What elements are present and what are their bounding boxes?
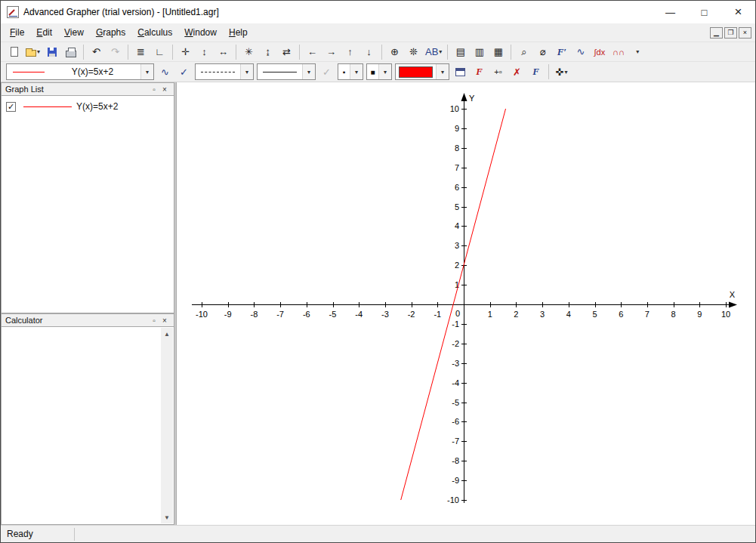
apply-style-button[interactable]: ✓	[175, 63, 193, 80]
squeeze-vertical-button[interactable]: ↨	[259, 44, 276, 60]
analysis-dropdown-button[interactable]: ▾	[628, 44, 646, 60]
menu-window[interactable]: Window	[178, 24, 223, 41]
graph-canvas[interactable]: XY-10-9-8-7-6-5-4-3-2-112345678910-10-9-…	[177, 82, 755, 525]
open-file-button[interactable]: ▾	[24, 44, 42, 60]
regression-button[interactable]: ∩∩	[609, 44, 627, 60]
color-combobox[interactable]: ▾	[395, 63, 449, 80]
squeeze-horizontal-icon: ⇄	[282, 46, 291, 57]
graph-list-toggle-button[interactable]: ≣	[132, 44, 150, 60]
fill-style-dropdown-icon[interactable]: ▾	[378, 64, 391, 79]
minimize-button[interactable]: —	[653, 2, 687, 23]
fit-horizontal-button[interactable]: ↔	[214, 44, 232, 60]
graph-area[interactable]: XY-10-9-8-7-6-5-4-3-2-112345678910-10-9-…	[176, 82, 755, 525]
svg-text:4: 4	[455, 221, 459, 230]
menu-file[interactable]: File	[4, 24, 30, 41]
scroll-up-icon[interactable]: ▲	[161, 328, 173, 340]
point-style-combobox[interactable]: ▪ ▾	[338, 63, 363, 80]
labels-button[interactable]: AB▾	[424, 44, 443, 60]
menu-calculus[interactable]: Calculus	[131, 24, 178, 41]
scroll-left-button[interactable]: ←	[304, 44, 321, 60]
add-graphs-button[interactable]: +▫	[489, 63, 507, 80]
axes-properties-button[interactable]: ∟	[151, 44, 168, 60]
formula-combobox[interactable]: Y(x)=5x+2 ▾	[6, 63, 154, 80]
trace-button[interactable]: ⊕	[386, 44, 403, 60]
edit-graph-button[interactable]: F	[527, 63, 545, 80]
derivative-button[interactable]: F′	[553, 44, 570, 60]
menu-view[interactable]: View	[58, 24, 90, 41]
mdi-minimize-button[interactable]: ▁	[710, 27, 723, 39]
graph-list-close-button[interactable]: ×	[159, 84, 170, 94]
new-file-button[interactable]	[5, 44, 23, 60]
graph-color-sample	[23, 106, 72, 107]
line-style-dropdown-icon[interactable]: ▾	[240, 64, 253, 79]
add-graph-button[interactable]: F	[471, 63, 488, 80]
add-graph-icon: F	[476, 66, 483, 78]
scroll-right-button[interactable]: →	[322, 44, 340, 60]
svg-text:8: 8	[455, 143, 459, 153]
line-style-combobox[interactable]: ▾	[195, 63, 254, 80]
toolbar-separator	[236, 45, 236, 60]
close-button[interactable]: ×	[721, 2, 755, 23]
graph-properties-button[interactable]	[452, 63, 469, 80]
scroll-up-button[interactable]: ↑	[341, 44, 359, 60]
axes-icon: ∟	[155, 46, 165, 57]
menu-help[interactable]: Help	[223, 24, 254, 41]
value-list-button[interactable]: ▥	[471, 44, 488, 60]
undo-button[interactable]: ↶	[88, 44, 105, 60]
snap-button[interactable]: ❊	[405, 44, 422, 60]
new-file-icon	[11, 47, 18, 57]
scroll-down-button[interactable]: ↓	[360, 44, 378, 60]
point-style-dropdown-icon[interactable]: ▾	[350, 64, 363, 79]
graph-list-icon: ≣	[137, 46, 145, 57]
integral-button[interactable]: ∫dx	[591, 44, 608, 60]
move-icon: ✛	[181, 46, 190, 57]
zoom-curve-button[interactable]: ⌕	[515, 44, 532, 60]
graph-list-header: Graph List ▫ ×	[1, 82, 174, 96]
data-grid-button[interactable]: ▦	[489, 44, 507, 60]
scroll-down-icon[interactable]: ▼	[161, 511, 173, 523]
calculator-close-button[interactable]: ×	[159, 315, 170, 325]
svg-text:-3: -3	[381, 310, 389, 319]
crosshair-tool-button[interactable]: ✜▾	[553, 63, 570, 80]
apply-style-2-button[interactable]: ✓	[318, 63, 335, 80]
save-button[interactable]	[43, 44, 60, 60]
squeeze-horizontal-button[interactable]: ⇄	[278, 44, 295, 60]
autoscale-button[interactable]: ✳	[240, 44, 258, 60]
mdi-window-controls: ▁ ❐ ×	[710, 27, 755, 39]
svg-text:6: 6	[455, 183, 459, 192]
fit-vertical-button[interactable]: ↕	[196, 44, 213, 60]
svg-text:4: 4	[566, 310, 571, 319]
graph-list-body: ✓ Y(x)=5x+2	[1, 96, 174, 313]
redo-button[interactable]: ↷	[106, 44, 124, 60]
calculator-float-button[interactable]: ▫	[149, 315, 159, 325]
delete-graph-button[interactable]: ✗	[508, 63, 526, 80]
color-dropdown-icon[interactable]: ▾	[436, 64, 449, 79]
graph-list-item[interactable]: ✓ Y(x)=5x+2	[2, 96, 174, 112]
maximize-button[interactable]: □	[687, 2, 721, 23]
table-values-icon: ▤	[456, 46, 465, 57]
menu-edit[interactable]: Edit	[30, 24, 58, 41]
calculator-scrollbar[interactable]: ▲ ▼	[161, 328, 173, 523]
print-button[interactable]	[62, 44, 79, 60]
table-of-values-button[interactable]: ▤	[452, 44, 469, 60]
graph-visible-checkbox[interactable]: ✓	[6, 102, 16, 112]
menu-graphs[interactable]: Graphs	[90, 24, 131, 41]
statusbar: Ready	[1, 525, 755, 542]
mdi-close-button[interactable]: ×	[739, 27, 751, 39]
zoom-off-button[interactable]: ⌀	[534, 44, 551, 60]
formula-line-sample	[13, 72, 45, 73]
svg-text:0: 0	[455, 309, 460, 318]
fill-style-combobox[interactable]: ■ ▾	[366, 63, 392, 80]
delete-icon: ✗	[513, 66, 521, 78]
line-width-combobox[interactable]: ▾	[257, 63, 316, 80]
line-width-dropdown-icon[interactable]: ▾	[302, 64, 315, 79]
svg-text:7: 7	[645, 310, 650, 319]
move-tool-button[interactable]: ✛	[177, 44, 194, 60]
formula-dropdown-icon[interactable]: ▾	[140, 64, 153, 79]
zoom-off-icon: ⌀	[540, 46, 546, 57]
graph-list-float-button[interactable]: ▫	[149, 84, 159, 94]
tangent-button[interactable]: ∿	[572, 44, 589, 60]
graph-type-button[interactable]: ∿	[156, 63, 174, 80]
mdi-restore-button[interactable]: ❐	[724, 27, 737, 39]
calculator-body[interactable]: ▲ ▼	[1, 327, 174, 525]
